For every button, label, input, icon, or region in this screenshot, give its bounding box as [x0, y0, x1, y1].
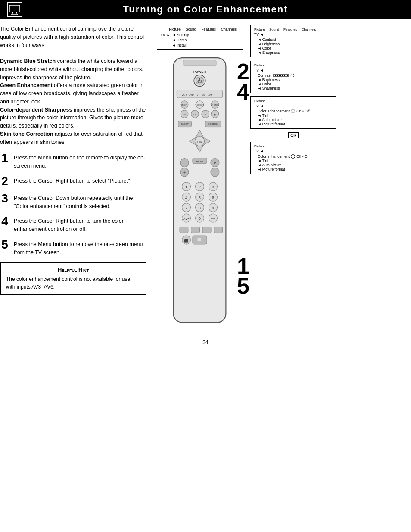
- svg-rect-76: [202, 227, 211, 233]
- svg-text:P: P: [214, 161, 216, 165]
- svg-text:1: 1: [185, 185, 187, 189]
- step-overlay-15: 1 5: [237, 256, 249, 297]
- hint-title: Helpful Hint: [6, 267, 140, 273]
- screen1-content: TV ✕ ◄ Settings ◄ Demo ◄ Install: [161, 33, 239, 47]
- svg-text:TV: TV: [183, 113, 186, 116]
- svg-text:9: 9: [212, 206, 214, 210]
- svg-text:CH/NO: CH/NO: [211, 104, 219, 106]
- step-4: 4 Press the Cursor Right button to turn …: [0, 215, 146, 233]
- svg-text:-: -: [214, 171, 215, 175]
- svg-text:POWER: POWER: [193, 70, 206, 74]
- svg-text:3: 3: [212, 185, 214, 189]
- step-number-2: 2: [0, 175, 9, 187]
- step-number-4: 4: [0, 215, 9, 227]
- svg-text:7: 7: [185, 206, 187, 210]
- or-label: OR: [288, 132, 299, 138]
- step-text-5: Press the Menu button to remove the on-s…: [14, 239, 146, 257]
- step-text-3: Press the Cursor Down button repeatedly …: [14, 193, 146, 211]
- center-area: Picture Sound Features Channels TV ✕ ◄ S…: [153, 25, 246, 331]
- svg-text:8: 8: [199, 206, 201, 210]
- svg-text:MENU: MENU: [196, 160, 203, 163]
- svg-text:CD: CD: [193, 113, 196, 116]
- step-text-2: Press the Cursor Right button to select …: [14, 175, 130, 185]
- svg-rect-74: [180, 227, 188, 233]
- screen-panels: Picture Sound Features Channels TV ◄ ◄ C…: [250, 25, 336, 331]
- intro-paragraph: The Color Enhancement control can improv…: [0, 25, 146, 146]
- step-number-5: 5: [0, 239, 9, 251]
- hint-box: Helpful Hint The color enhancement contr…: [0, 262, 146, 295]
- svg-text:-: -: [184, 161, 185, 165]
- svg-text:4: 4: [185, 196, 187, 200]
- svg-text:DVD: DVD: [189, 93, 194, 96]
- svg-text:SLEEP: SLEEP: [181, 123, 189, 125]
- feature4-name: Skin-tone Correction: [0, 131, 53, 137]
- svg-text:INFO: INFO: [181, 103, 188, 106]
- screen-3-panel: Picture TV ◄ Contrast 40 ◄ Brightness ◄ …: [250, 61, 336, 93]
- feature3-name: Color-dependent Sharpness: [0, 107, 72, 113]
- svg-rect-75: [191, 227, 200, 233]
- body-content: The Color Enhancement control can improv…: [0, 19, 411, 331]
- screen-5-panel: Picture TV ◄ Color enhancement Off • On …: [250, 142, 336, 174]
- step-overlay-24: 2 4: [237, 62, 249, 102]
- remote-diagram: 2 4 1 5 POWER ⏻: [166, 53, 233, 331]
- tv-icon: [7, 2, 22, 17]
- svg-rect-0: [9, 5, 20, 12]
- svg-text:AV+: AV+: [183, 217, 190, 221]
- svg-rect-5: [183, 60, 216, 66]
- svg-text:+: +: [183, 170, 186, 175]
- svg-text:5: 5: [199, 196, 201, 200]
- screen-2-panel: Picture Sound Features Channels TV ◄ ◄ C…: [250, 25, 336, 57]
- svg-text:VCR: VCR: [181, 93, 187, 96]
- svg-text:●: ●: [205, 113, 206, 116]
- svg-text:SAT: SAT: [202, 93, 206, 96]
- hint-text: The color enhancement control is not ava…: [6, 275, 140, 291]
- step-text-4: Press the Cursor Right button to turn th…: [14, 215, 146, 233]
- steps-list: 1 Press the Menu button on the remote to…: [0, 152, 146, 256]
- screen1-nav: Picture Sound Features Channels: [161, 27, 239, 31]
- svg-text:⏻: ⏻: [197, 78, 202, 84]
- page-number: 34: [0, 339, 411, 350]
- svg-text:OK: OK: [197, 140, 202, 144]
- svg-text:TV: TV: [196, 93, 199, 96]
- feature2-name: Green Enhancement: [0, 82, 53, 88]
- page-header: Turning on Color Enhancement: [0, 0, 411, 19]
- remote-svg: POWER ⏻ VCR DVD TV SAT AMP INFO SELECT: [166, 53, 233, 330]
- step-5: 5 Press the Menu button to remove the on…: [0, 239, 146, 257]
- screen-4-panel: Picture TV ◄ Color enhancement On • Off …: [250, 96, 336, 129]
- step-3: 3 Press the Cursor Down button repeatedl…: [0, 193, 146, 211]
- svg-text:0: 0: [199, 216, 201, 221]
- left-column: The Color Enhancement control can improv…: [0, 25, 146, 331]
- svg-text:⬜: ⬜: [198, 237, 202, 242]
- svg-text:SCREEN: SCREEN: [208, 123, 218, 125]
- step-number-1: 1: [0, 152, 9, 164]
- svg-text:2: 2: [199, 185, 201, 189]
- svg-text:AMP: AMP: [208, 93, 213, 96]
- step-2: 2 Press the Cursor Right button to selec…: [0, 175, 146, 187]
- step-1: 1 Press the Menu button on the remote to…: [0, 152, 146, 170]
- svg-text:◼: ◼: [214, 113, 216, 116]
- svg-rect-77: [214, 227, 223, 233]
- step-number-3: 3: [0, 193, 9, 205]
- svg-line-2: [16, 12, 17, 15]
- svg-text:SELECT: SELECT: [195, 104, 205, 106]
- svg-text:6: 6: [212, 196, 214, 200]
- feature1-name: Dynamic Blue Stretch: [0, 58, 56, 64]
- svg-line-1: [12, 12, 13, 15]
- page-title: Turning on Color Enhancement: [29, 4, 382, 15]
- svg-text:⬛: ⬛: [184, 238, 189, 243]
- svg-text:—: —: [211, 216, 215, 221]
- right-area: Picture Sound Features Channels TV ✕ ◄ S…: [153, 25, 411, 331]
- screen-1: Picture Sound Features Channels TV ✕ ◄ S…: [157, 25, 243, 50]
- step-text-1: Press the Menu button on the remote to d…: [14, 152, 146, 170]
